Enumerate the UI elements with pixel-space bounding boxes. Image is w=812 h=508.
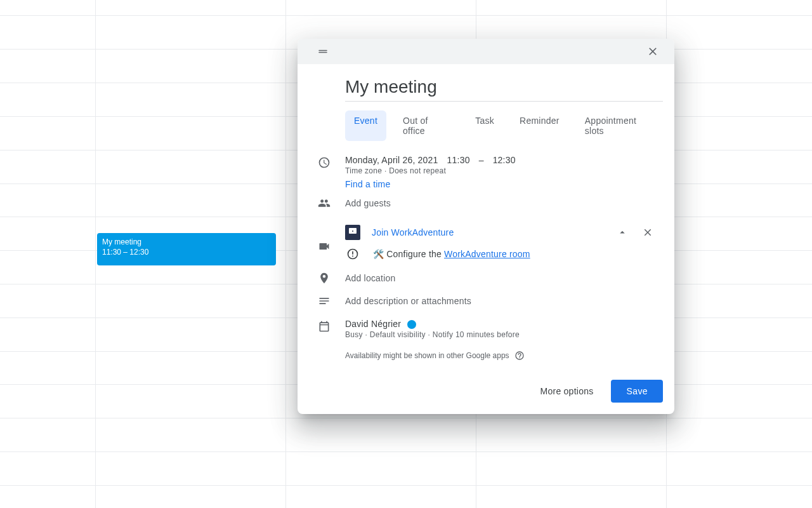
more-options-button[interactable]: More options: [532, 380, 603, 403]
join-workadventure-link[interactable]: Join WorkAdventure: [372, 227, 454, 237]
collapse-conferencing-button[interactable]: [612, 222, 632, 243]
event-quick-create-dialog: Event Out of office Task Reminder Appoin…: [298, 39, 674, 414]
close-button[interactable]: [643, 41, 663, 62]
tab-appointment-slots[interactable]: Appointment slots: [576, 110, 663, 141]
dialog-header: [298, 39, 674, 64]
event-datetime[interactable]: Monday, April 26, 2021 11:30 – 12:30: [345, 155, 663, 165]
availability-note: Availability might be shown in other Goo…: [309, 351, 663, 361]
event-chip-time: 11:30 – 12:30: [102, 247, 271, 257]
event-type-tabs: Event Out of office Task Reminder Appoin…: [309, 110, 663, 141]
organizer-name: David Négrier: [345, 319, 401, 329]
event-date: Monday, April 26, 2021: [345, 155, 438, 165]
tab-reminder[interactable]: Reminder: [511, 110, 568, 141]
event-date-sub: Time zone · Does not repeat: [345, 166, 663, 175]
description-icon: [309, 293, 339, 307]
find-a-time-button[interactable]: Find a time: [345, 175, 663, 190]
calendar-event-chip[interactable]: My meeting 11:30 – 12:30: [97, 233, 276, 265]
remove-conferencing-button[interactable]: [638, 222, 658, 243]
people-icon: [309, 196, 339, 210]
tab-out-of-office[interactable]: Out of office: [394, 110, 459, 141]
calendar-icon: [309, 319, 339, 333]
event-start-time: 11:30: [447, 155, 470, 165]
add-guests-field[interactable]: Add guests: [345, 196, 663, 208]
save-button[interactable]: Save: [611, 380, 663, 403]
video-icon: [309, 222, 339, 253]
drag-handle-icon[interactable]: [315, 44, 331, 59]
organizer-sub: Busy · Default visibility · Notify 10 mi…: [345, 330, 663, 339]
location-icon: [309, 271, 339, 284]
tab-event[interactable]: Event: [345, 110, 386, 141]
calendar-color-dot: [407, 320, 416, 329]
svg-rect-1: [318, 52, 327, 53]
organizer-row[interactable]: David Négrier: [345, 319, 663, 329]
event-chip-title: My meeting: [102, 237, 271, 247]
event-end-time: 12:30: [493, 155, 516, 165]
tab-task[interactable]: Task: [466, 110, 503, 141]
event-title-input[interactable]: [345, 74, 663, 102]
clock-icon: [309, 155, 339, 169]
time-dash: –: [479, 155, 484, 165]
dialog-footer: More options Save: [298, 371, 674, 414]
add-description-field[interactable]: Add description or attachments: [345, 293, 663, 306]
info-icon: [345, 248, 360, 260]
svg-rect-0: [318, 50, 327, 51]
add-location-field[interactable]: Add location: [345, 271, 663, 283]
help-icon[interactable]: [514, 351, 525, 361]
workadventure-logo-icon: [345, 225, 360, 240]
configure-workadventure-link[interactable]: WorkAdventure room: [444, 249, 530, 259]
conferencing-detail: 🛠️ Configure the WorkAdventure room: [373, 249, 530, 259]
